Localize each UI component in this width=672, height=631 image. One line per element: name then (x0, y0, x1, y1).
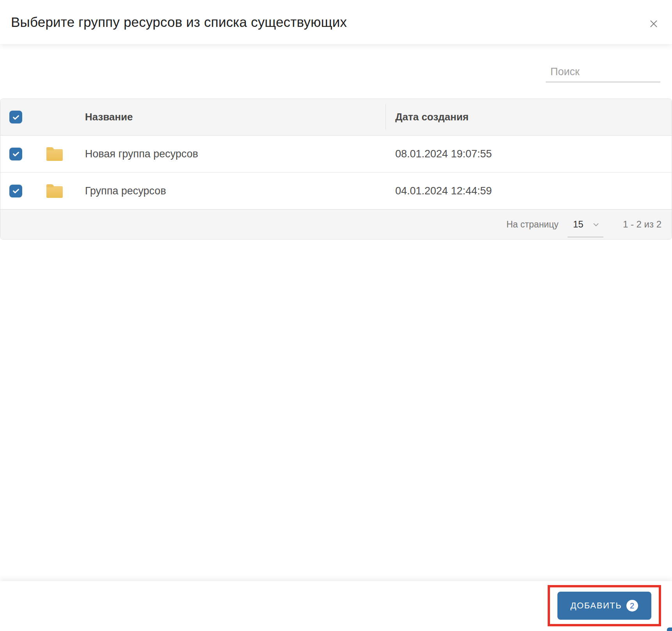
row-date-cell: 08.01.2024 19:07:55 (386, 136, 672, 172)
row-icon-cell (37, 184, 77, 198)
selected-count-badge: 2 (626, 600, 638, 612)
dialog-body: Название Дата создания Новая (0, 44, 672, 240)
folder-icon (46, 186, 63, 198)
table-row[interactable]: Группа ресурсов 04.01.2024 12:44:59 (0, 172, 672, 209)
dialog-title: Выберите группу ресурсов из списка сущес… (11, 14, 347, 30)
header-checkbox-cell (0, 111, 37, 123)
resource-group-table: Название Дата создания Новая (0, 99, 672, 240)
row-checkbox[interactable] (9, 148, 22, 160)
chevron-down-icon (592, 220, 600, 229)
row-checkbox[interactable] (9, 185, 22, 197)
cropped-corner-element (667, 627, 672, 631)
dialog-header: Выберите группу ресурсов из списка сущес… (0, 0, 672, 44)
search-row (0, 44, 672, 82)
search-input[interactable] (546, 64, 660, 82)
dialog-actions-bar: ДОБАВИТЬ 2 (0, 581, 672, 631)
pagination-bar: На страницу 15 1 - 2 из 2 (0, 209, 672, 239)
per-page-value: 15 (573, 219, 584, 235)
select-all-checkbox[interactable] (9, 111, 22, 123)
add-button-label: ДОБАВИТЬ (571, 601, 622, 611)
table-header-row: Название Дата создания (0, 99, 672, 136)
close-icon[interactable] (647, 17, 660, 30)
resource-group-name: Новая группа ресурсов (85, 148, 198, 160)
column-header-date: Дата создания (386, 99, 672, 135)
column-header-name: Название (37, 111, 386, 123)
row-checkbox-cell (0, 185, 37, 197)
folder-icon (46, 149, 63, 161)
column-divider (386, 104, 386, 130)
select-resource-group-dialog: Выберите группу ресурсов из списка сущес… (0, 0, 672, 631)
pagination-range: 1 - 2 из 2 (623, 219, 661, 230)
table-row[interactable]: Новая группа ресурсов 08.01.2024 19:07:5… (0, 136, 672, 172)
creation-date: 04.01.2024 12:44:59 (395, 185, 492, 197)
row-name-cell: Группа ресурсов (77, 185, 386, 197)
row-checkbox-cell (0, 148, 37, 160)
row-name-cell: Новая группа ресурсов (77, 148, 386, 160)
creation-date: 08.01.2024 19:07:55 (395, 148, 492, 160)
row-icon-cell (37, 147, 77, 161)
annotation-highlight-rectangle: ДОБАВИТЬ 2 (548, 585, 661, 626)
resource-group-name: Группа ресурсов (85, 185, 166, 197)
add-button[interactable]: ДОБАВИТЬ 2 (557, 592, 651, 620)
per-page-select[interactable]: 15 (568, 217, 603, 237)
row-date-cell: 04.01.2024 12:44:59 (386, 173, 672, 209)
per-page-label: На страницу (506, 219, 559, 230)
